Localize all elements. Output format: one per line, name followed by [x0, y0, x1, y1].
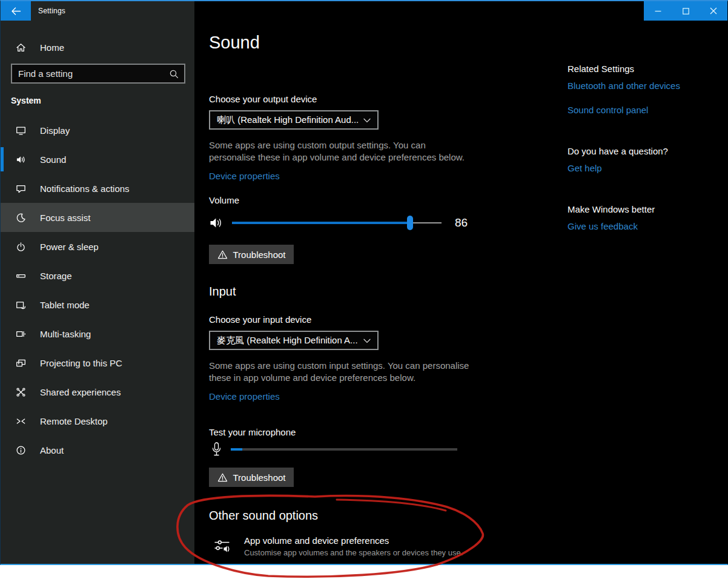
sidebar-item-sound[interactable]: Sound [1, 145, 194, 174]
sidebar-item-projecting[interactable]: Projecting to this PC [1, 348, 194, 377]
sidebar-item-label: Sound [40, 154, 66, 165]
sidebar-item-home[interactable]: Home [1, 35, 194, 59]
sidebar-item-about[interactable]: About [1, 435, 194, 465]
minimize-icon [655, 8, 661, 15]
tablet-icon [16, 300, 26, 310]
get-help-link[interactable]: Get help [568, 163, 602, 173]
volume-label: Volume [209, 195, 239, 205]
bluetooth-devices-link[interactable]: Bluetooth and other devices [568, 81, 680, 91]
sidebar-item-label: Focus assist [40, 213, 90, 223]
app-volume-description: Customise app volumes and the speakers o… [244, 548, 463, 557]
app-volume-title: App volume and device preferences [244, 535, 463, 546]
volume-slider-thumb[interactable] [407, 216, 413, 230]
sidebar-item-power-sleep[interactable]: Power & sleep [1, 232, 194, 261]
home-label: Home [40, 42, 64, 53]
sidebar-item-remote-desktop[interactable]: Remote Desktop [1, 406, 194, 435]
microphone-level-fill [231, 448, 242, 451]
warning-icon [217, 250, 228, 260]
selected-indicator [1, 147, 4, 171]
troubleshoot-label: Troubleshoot [233, 472, 286, 483]
microphone-icon [211, 442, 222, 457]
sidebar-item-label: Storage [40, 271, 72, 281]
sidebar-item-label: Tablet mode [40, 300, 90, 310]
search-input[interactable] [12, 68, 169, 79]
search-box[interactable] [11, 64, 185, 84]
app-volume-preferences-item[interactable]: App volume and device preferences Custom… [214, 535, 463, 557]
home-icon [16, 42, 26, 53]
output-device-properties-link[interactable]: Device properties [209, 171, 280, 181]
warning-icon [217, 472, 228, 483]
sidebar-nav: DisplaySoundNotifications & actionsFocus… [1, 116, 194, 465]
sidebar-item-multi-tasking[interactable]: Multi-tasking [1, 319, 194, 348]
minimize-button[interactable] [644, 1, 672, 21]
back-button[interactable] [1, 1, 31, 21]
display-icon [16, 125, 26, 136]
settings-window: Settings Home System DisplaySoundNotific… [0, 0, 728, 565]
volume-icon [209, 216, 223, 230]
sidebar-item-label: Power & sleep [40, 242, 99, 252]
sidebar-item-shared[interactable]: Shared experiences [1, 377, 194, 406]
sound-control-panel-link[interactable]: Sound control panel [568, 105, 648, 115]
screenshot-root: Settings Home System DisplaySoundNotific… [0, 0, 728, 579]
sound-icon [16, 154, 26, 165]
maximize-icon [683, 8, 689, 15]
sidebar: Settings Home System DisplaySoundNotific… [1, 1, 194, 564]
sidebar-item-focus-assist[interactable]: Focus assist [1, 203, 194, 232]
remote-icon [16, 416, 26, 426]
focus-assist-icon [16, 213, 26, 223]
input-heading: Input [209, 285, 236, 299]
input-device-label: Choose your input device [209, 314, 311, 325]
notifications-icon [16, 184, 26, 194]
input-device-properties-link[interactable]: Device properties [209, 391, 280, 402]
volume-slider-row: 86 [209, 214, 481, 231]
output-device-value: 喇叭 (Realtek High Definition Aud... [217, 114, 359, 126]
sidebar-item-display[interactable]: Display [1, 116, 194, 145]
output-device-dropdown[interactable]: 喇叭 (Realtek High Definition Aud... [209, 110, 379, 130]
close-button[interactable] [700, 1, 727, 21]
output-device-label: Choose your output device [209, 94, 317, 104]
sidebar-item-label: Shared experiences [40, 387, 121, 397]
shared-icon [16, 387, 26, 397]
sidebar-item-label: Remote Desktop [40, 416, 108, 426]
sidebar-item-label: Projecting to this PC [40, 358, 122, 368]
make-windows-better-heading: Make Windows better [568, 204, 655, 214]
question-heading: Do you have a question? [568, 146, 668, 156]
volume-value: 86 [455, 216, 468, 230]
sidebar-item-tablet-mode[interactable]: Tablet mode [1, 290, 194, 319]
input-note: Some apps are using custom input setting… [209, 360, 473, 384]
storage-icon [16, 271, 26, 281]
troubleshoot-output-button[interactable]: Troubleshoot [209, 245, 294, 264]
maximize-button[interactable] [672, 1, 700, 21]
chevron-down-icon [363, 335, 371, 346]
page-title: Sound [209, 33, 260, 53]
microphone-level-row [211, 441, 466, 458]
mixer-icon [214, 537, 230, 554]
sidebar-item-label: Multi-tasking [40, 329, 91, 339]
volume-slider[interactable] [232, 214, 442, 231]
window-caption-buttons [644, 1, 727, 21]
sidebar-item-label: Display [40, 125, 70, 136]
sidebar-item-storage[interactable]: Storage [1, 261, 194, 290]
window-title: Settings [38, 7, 65, 15]
output-note: Some apps are using custom output settin… [209, 139, 473, 164]
projecting-icon [16, 358, 26, 368]
sidebar-item-label: About [40, 445, 64, 455]
input-device-dropdown[interactable]: 麥克風 (Realtek High Definition A... [209, 331, 379, 350]
input-device-value: 麥克風 (Realtek High Definition A... [217, 335, 358, 346]
close-icon [710, 7, 717, 15]
chevron-down-icon [363, 114, 371, 125]
troubleshoot-input-button[interactable]: Troubleshoot [209, 468, 294, 487]
sidebar-item-label: Notifications & actions [40, 184, 130, 194]
test-microphone-label: Test your microphone [209, 427, 296, 437]
back-arrow-icon [11, 6, 21, 16]
microphone-level-meter [231, 448, 457, 451]
power-icon [16, 242, 26, 252]
give-us-feedback-link[interactable]: Give us feedback [568, 221, 638, 231]
other-sound-options-heading: Other sound options [209, 509, 318, 523]
sidebar-item-notifications[interactable]: Notifications & actions [1, 174, 194, 203]
sidebar-section-label: System [11, 96, 41, 105]
troubleshoot-label: Troubleshoot [233, 250, 286, 260]
related-settings-heading: Related Settings [568, 64, 634, 74]
search-icon[interactable] [169, 69, 179, 79]
multitask-icon [16, 329, 26, 339]
